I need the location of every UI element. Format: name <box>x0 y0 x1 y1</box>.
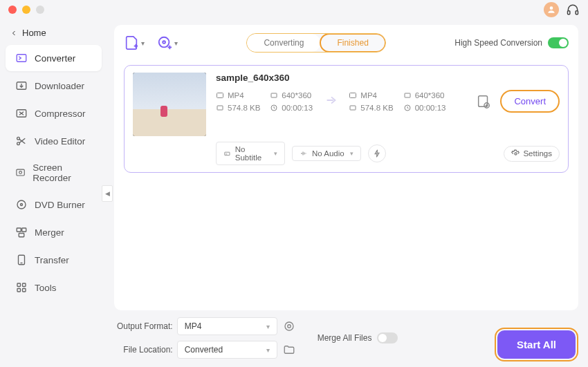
sidebar-item-label: Converter <box>35 53 75 64</box>
tools-icon <box>15 281 28 294</box>
source-format: MP4 <box>216 91 260 100</box>
file-location-label: File Location: <box>117 345 173 355</box>
chevron-left-icon <box>10 29 18 37</box>
add-disc-icon <box>157 35 172 50</box>
output-format-label: Output Format: <box>117 321 173 331</box>
sidebar-item-screen-recorder[interactable]: Screen Recorder <box>6 156 102 190</box>
chevron-down-icon: ▾ <box>141 39 145 47</box>
gear-icon <box>511 149 520 158</box>
target-resolution: 640*360 <box>403 91 448 100</box>
target-format: MP4 <box>349 91 393 100</box>
sidebar-item-dvd-burner[interactable]: DVD Burner <box>6 191 102 218</box>
high-speed-label: High Speed Conversion <box>454 38 542 48</box>
svg-rect-2 <box>576 11 578 15</box>
converter-icon <box>15 52 28 64</box>
sidebar-item-label: Tools <box>35 283 57 293</box>
svg-point-48 <box>285 322 293 330</box>
svg-rect-22 <box>17 289 21 292</box>
svg-point-8 <box>17 142 20 145</box>
convert-button[interactable]: Convert <box>500 90 560 113</box>
chevron-down-icon: ▾ <box>174 39 178 47</box>
chevron-down-icon: ▾ <box>350 150 353 157</box>
svg-point-27 <box>163 41 165 44</box>
svg-point-47 <box>287 325 291 328</box>
output-format-dropdown[interactable]: MP4 ▾ <box>177 317 277 335</box>
arrow-right-icon <box>318 93 344 111</box>
svg-rect-20 <box>17 283 21 287</box>
svg-rect-15 <box>17 228 21 232</box>
scissors-icon <box>15 135 28 147</box>
sidebar-item-label: Video Editor <box>35 136 85 147</box>
sidebar-item-label: Merger <box>35 227 64 238</box>
output-profile-button[interactable] <box>474 92 493 111</box>
svg-rect-16 <box>22 228 26 232</box>
sidebar-item-label: Screen Recorder <box>33 162 92 183</box>
window-controls[interactable] <box>8 6 44 14</box>
svg-rect-31 <box>271 93 277 97</box>
chevron-down-icon: ▾ <box>266 323 270 330</box>
file-location-dropdown[interactable]: Converted ▾ <box>177 341 277 359</box>
add-file-icon <box>124 35 139 50</box>
chevron-down-icon: ▾ <box>266 346 270 354</box>
target-duration: 00:00:13 <box>403 104 448 112</box>
transfer-icon <box>15 254 28 266</box>
disc-icon <box>15 198 28 211</box>
collapse-sidebar-button[interactable]: ◀ <box>102 185 113 202</box>
merge-toggle[interactable] <box>377 332 398 344</box>
tab-finished[interactable]: Finished <box>320 33 385 53</box>
sidebar-item-video-editor[interactable]: Video Editor <box>6 128 102 154</box>
svg-rect-36 <box>350 106 356 110</box>
close-icon[interactable] <box>8 6 17 14</box>
high-speed-toggle[interactable] <box>548 37 569 48</box>
sidebar-item-label: Compressor <box>35 109 86 119</box>
home-link[interactable]: Home <box>0 22 107 44</box>
add-disc-button[interactable]: ▾ <box>157 35 178 50</box>
svg-point-13 <box>17 200 26 209</box>
start-all-button[interactable]: Start All <box>497 330 576 359</box>
compress-icon <box>15 107 28 120</box>
minimize-icon[interactable] <box>22 6 30 14</box>
svg-point-7 <box>17 137 20 140</box>
sidebar-item-tools[interactable]: Tools <box>6 274 102 301</box>
svg-rect-11 <box>17 170 24 176</box>
support-icon[interactable] <box>566 3 580 17</box>
sidebar-item-merger[interactable]: Merger <box>6 219 102 245</box>
download-icon <box>15 79 28 92</box>
chevron-down-icon: ▾ <box>274 150 277 157</box>
svg-point-46 <box>515 152 517 154</box>
gear-icon <box>283 320 295 332</box>
svg-line-9 <box>19 139 25 143</box>
source-resolution: 640*360 <box>270 91 314 100</box>
file-name: sample_640x360 <box>216 73 560 83</box>
avatar[interactable] <box>544 2 559 17</box>
sidebar-item-transfer[interactable]: Transfer <box>6 247 102 273</box>
folder-icon <box>283 344 295 356</box>
speedup-button[interactable] <box>368 144 386 162</box>
tab-converting[interactable]: Converting <box>247 34 320 52</box>
svg-point-0 <box>550 6 553 10</box>
open-folder-button[interactable] <box>282 342 297 357</box>
svg-rect-23 <box>23 289 26 292</box>
svg-point-14 <box>21 204 23 206</box>
output-settings-button[interactable] <box>282 319 297 334</box>
svg-rect-35 <box>405 93 410 97</box>
file-card: sample_640x360 MP4 640*360 574.8 KB 00:0… <box>124 65 569 173</box>
svg-rect-32 <box>217 106 223 110</box>
svg-rect-21 <box>23 283 26 287</box>
subtitle-icon <box>223 149 231 158</box>
sidebar-item-label: DVD Burner <box>35 200 85 210</box>
svg-point-26 <box>159 37 169 48</box>
maximize-icon[interactable] <box>36 6 44 14</box>
sidebar-item-converter[interactable]: Converter <box>6 45 102 71</box>
audio-icon <box>300 149 308 158</box>
sidebar-item-downloader[interactable]: Downloader <box>6 73 102 99</box>
settings-button[interactable]: Settings <box>504 146 560 162</box>
audio-dropdown[interactable]: No Audio ▾ <box>292 146 361 161</box>
sidebar-item-label: Transfer <box>35 255 69 265</box>
record-icon <box>15 167 26 179</box>
add-file-button[interactable]: ▾ <box>124 35 145 50</box>
svg-rect-1 <box>568 11 570 15</box>
sidebar-item-compressor[interactable]: Compressor <box>6 100 102 126</box>
video-thumbnail[interactable] <box>133 73 206 136</box>
subtitle-dropdown[interactable]: No Subtitle ▾ <box>216 142 285 165</box>
